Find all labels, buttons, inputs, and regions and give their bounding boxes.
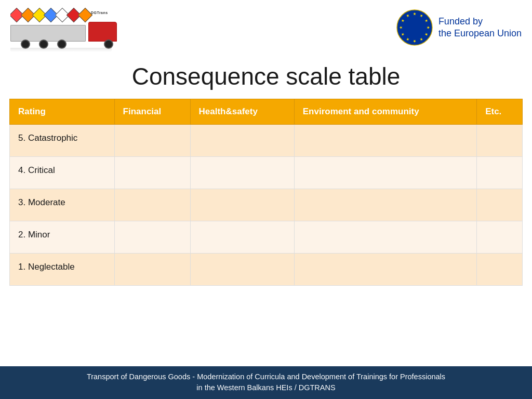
col-header-enviroment: Enviroment and community (294, 99, 476, 125)
table-cell-etc (477, 157, 523, 189)
table-cell-health_safety (190, 157, 294, 189)
table-cell-enviroment (294, 189, 476, 221)
table-row: 2. Minor (10, 221, 523, 254)
table-row: 3. Moderate (10, 189, 523, 221)
logo-right: Funded by the European Union (396, 6, 522, 46)
table-cell-financial (114, 125, 190, 157)
consequence-scale-table: Rating Financial Health&safety Enviromen… (9, 99, 523, 286)
header: DGTrans (0, 0, 532, 57)
table-cell-rating: 1. Neglectable (10, 254, 115, 286)
footer-line2: in the Western Balkans HEIs / DGTRANS (10, 382, 522, 394)
page-title: Consequence scale table (0, 57, 532, 99)
table-cell-rating: 4. Critical (10, 157, 115, 189)
table-cell-rating: 3. Moderate (10, 189, 115, 221)
table-cell-financial (114, 254, 190, 286)
table-cell-enviroment (294, 254, 476, 286)
col-header-health-safety: Health&safety (190, 99, 294, 125)
logo-left: DGTrans (10, 6, 125, 53)
eu-funded-line1: Funded by (438, 16, 522, 28)
table-cell-enviroment (294, 221, 476, 254)
footer: Transport of Dangerous Goods - Moderniza… (0, 366, 532, 400)
eu-funded-text: Funded by the European Union (438, 16, 522, 40)
table-cell-enviroment (294, 157, 476, 189)
dgtrans-logo: DGTrans (10, 8, 119, 52)
table-cell-health_safety (190, 254, 294, 286)
table-container: Rating Financial Health&safety Enviromen… (0, 99, 532, 286)
table-body: 5. Catastrophic4. Critical3. Moderate2. … (10, 125, 523, 286)
eu-flag-icon (396, 9, 433, 46)
col-header-rating: Rating (10, 99, 115, 125)
table-cell-financial (114, 157, 190, 189)
table-cell-etc (477, 254, 523, 286)
table-cell-health_safety (190, 221, 294, 254)
table-cell-financial (114, 189, 190, 221)
table-cell-health_safety (190, 189, 294, 221)
table-cell-health_safety (190, 125, 294, 157)
table-row: 5. Catastrophic (10, 125, 523, 157)
footer-line1: Transport of Dangerous Goods - Moderniza… (10, 371, 522, 383)
col-header-etc: Etc. (477, 99, 523, 125)
table-cell-etc (477, 221, 523, 254)
col-header-financial: Financial (114, 99, 190, 125)
eu-logo-container: Funded by the European Union (396, 9, 522, 46)
table-cell-etc (477, 125, 523, 157)
table-cell-rating: 2. Minor (10, 221, 115, 254)
table-cell-etc (477, 189, 523, 221)
svg-point-0 (397, 10, 432, 45)
table-cell-financial (114, 221, 190, 254)
table-row: 4. Critical (10, 157, 523, 189)
table-cell-rating: 5. Catastrophic (10, 125, 115, 157)
eu-funded-line2: the European Union (438, 28, 522, 39)
table-row: 1. Neglectable (10, 254, 523, 286)
table-cell-enviroment (294, 125, 476, 157)
table-header-row: Rating Financial Health&safety Enviromen… (10, 99, 523, 125)
